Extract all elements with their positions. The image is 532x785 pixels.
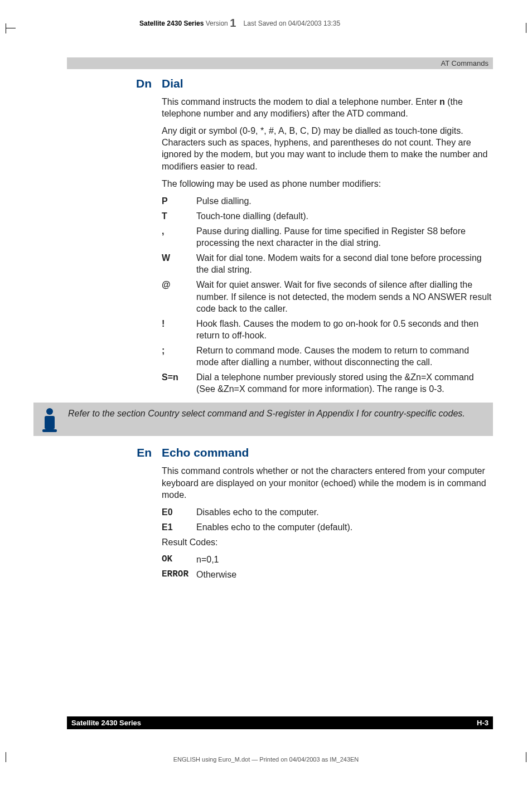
series-name: Satellite 2430 Series bbox=[139, 20, 204, 27]
list-item: E0Disables echo to the computer. bbox=[162, 506, 493, 518]
heading-en-code: En bbox=[67, 446, 162, 459]
list-item: OKn=0,1 bbox=[162, 554, 493, 565]
svg-rect-1 bbox=[45, 416, 55, 429]
dn-paragraph-1: This command instructs the modem to dial… bbox=[162, 96, 493, 119]
page-footer-bar: Satellite 2430 Series H-3 bbox=[67, 716, 493, 729]
result-codes-label: Result Codes: bbox=[162, 536, 493, 548]
list-item: WWait for dial tone. Modem waits for a s… bbox=[162, 252, 493, 275]
svg-rect-2 bbox=[42, 429, 57, 432]
dn-modifier-list: PPulse dialling. TTouch-tone dialling (d… bbox=[162, 195, 493, 395]
svg-point-0 bbox=[46, 408, 53, 415]
en-paragraph-1: This command controls whether or not the… bbox=[162, 465, 493, 500]
list-item: TTouch-tone dialling (default). bbox=[162, 210, 493, 222]
dn-paragraph-2: Any digit or symbol (0-9, *, #, A, B, C,… bbox=[162, 125, 493, 172]
list-item: @Wait for quiet answer. Wait for five se… bbox=[162, 279, 493, 314]
page-top-header: Satellite 2430 Series Version 1 Last Sav… bbox=[139, 17, 493, 30]
info-note-text: Refer to the section Country select comm… bbox=[68, 406, 465, 420]
heading-dn-title: Dial bbox=[162, 77, 183, 90]
list-item: ,Pause during dialling. Pause for time s… bbox=[162, 225, 493, 249]
dn-paragraph-3: The following may be used as phone numbe… bbox=[162, 178, 493, 190]
section-banner: AT Commands bbox=[67, 57, 493, 69]
en-result-list: OKn=0,1 ERROROtherwise bbox=[162, 554, 493, 580]
list-item: !Hook flash. Causes the modem to go on-h… bbox=[162, 318, 493, 341]
footer-left: Satellite 2430 Series bbox=[71, 719, 141, 727]
heading-dn-code: Dn bbox=[67, 77, 162, 90]
print-info-line: ENGLISH using Euro_M.dot — Printed on 04… bbox=[0, 756, 532, 763]
version-label: Version bbox=[206, 20, 228, 27]
list-item: PPulse dialling. bbox=[162, 195, 493, 207]
heading-dn: Dn Dial bbox=[67, 77, 493, 90]
list-item: E1Enables echo to the computer (default)… bbox=[162, 521, 493, 533]
en-option-list: E0Disables echo to the computer. E1Enabl… bbox=[162, 506, 493, 533]
list-item: ERROROtherwise bbox=[162, 569, 493, 580]
list-item: ;Return to command mode. Causes the mode… bbox=[162, 345, 493, 368]
info-note: Refer to the section Country select comm… bbox=[33, 403, 493, 436]
footer-right: H-3 bbox=[477, 719, 489, 727]
last-saved: Last Saved on 04/04/2003 13:35 bbox=[244, 20, 340, 27]
version-number: 1 bbox=[230, 17, 236, 29]
heading-en-title: Echo command bbox=[162, 446, 249, 459]
heading-en: En Echo command bbox=[67, 446, 493, 459]
info-icon bbox=[35, 406, 65, 433]
list-item: S=nDial a telephone number previously st… bbox=[162, 371, 493, 395]
